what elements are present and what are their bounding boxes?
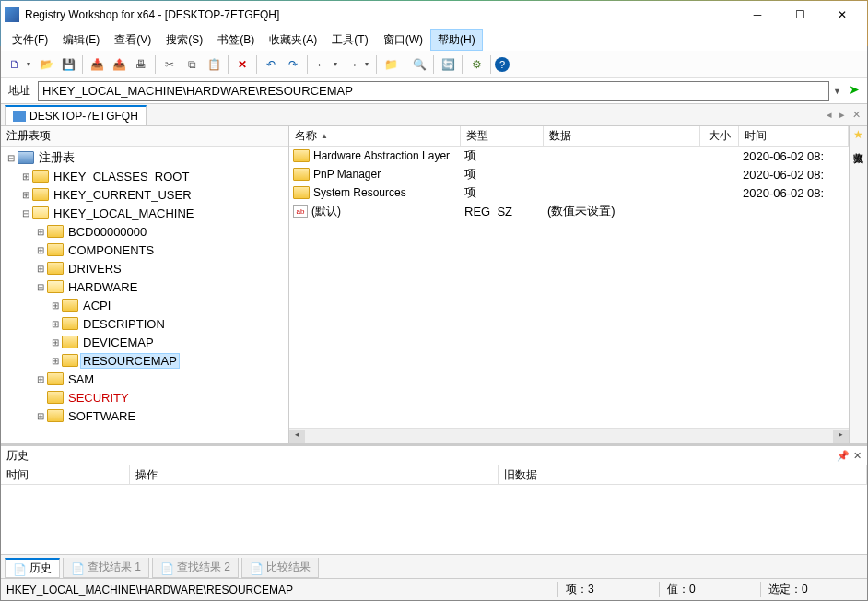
menu-search[interactable]: 搜索(S): [158, 29, 210, 51]
scroll-track[interactable]: [305, 430, 833, 443]
col-name[interactable]: 名称▲: [289, 126, 461, 146]
tree-software[interactable]: SOFTWARE: [3, 407, 287, 425]
col-time[interactable]: 时间: [739, 126, 849, 146]
tree-root[interactable]: 注册表: [3, 148, 287, 167]
forward-dropdown[interactable]: ▾: [365, 60, 372, 68]
tree-sam[interactable]: SAM: [3, 370, 287, 388]
close-history-icon[interactable]: ✕: [853, 450, 862, 462]
expand-icon[interactable]: [34, 411, 47, 421]
list-row[interactable]: Hardware Abstraction Layer项2020-06-02 08…: [289, 147, 849, 165]
tab-search-results-2[interactable]: 📄 查找结果 2: [152, 558, 239, 578]
maximize-button[interactable]: ☐: [779, 1, 821, 29]
save-icon[interactable]: 💾: [58, 54, 78, 75]
search-icon[interactable]: 🔍: [409, 54, 429, 75]
new-key-icon[interactable]: 📁: [381, 54, 401, 75]
col-type[interactable]: 类型: [461, 126, 544, 146]
print-icon[interactable]: 🖶: [131, 54, 151, 75]
list-row[interactable]: ab(默认)REG_SZ(数值未设置): [289, 202, 849, 220]
settings-icon[interactable]: ⚙: [466, 54, 487, 75]
tree-hkcu[interactable]: HKEY_CURRENT_USER: [3, 185, 287, 204]
collapse-icon[interactable]: [34, 282, 47, 292]
col-history-time[interactable]: 时间: [1, 465, 130, 484]
scroll-left-icon[interactable]: ◂: [289, 430, 305, 443]
tree-description[interactable]: DESCRIPTION: [3, 314, 287, 333]
horizontal-scrollbar[interactable]: ◂ ▸: [289, 428, 849, 443]
tree-drivers[interactable]: DRIVERS: [3, 259, 287, 277]
collapse-icon[interactable]: [5, 153, 18, 163]
tab-desktop[interactable]: DESKTOP-7ETGFQH: [5, 105, 147, 125]
tree-hkcr[interactable]: HKEY_CLASSES_ROOT: [3, 167, 287, 185]
tab-prev-icon[interactable]: ◂: [824, 109, 835, 121]
expand-icon[interactable]: [34, 374, 47, 384]
expand-icon[interactable]: [19, 190, 32, 200]
expand-icon[interactable]: [34, 264, 47, 274]
scroll-right-icon[interactable]: ▸: [833, 430, 849, 443]
open-icon[interactable]: 📂: [36, 54, 56, 75]
tree-devicemap[interactable]: DEVICEMAP: [3, 333, 287, 351]
new-icon[interactable]: 🗋: [5, 54, 25, 75]
export-icon[interactable]: 📤: [109, 54, 129, 75]
folder-icon: [47, 391, 64, 404]
expand-icon[interactable]: [49, 300, 62, 311]
tree-hardware[interactable]: HARDWARE: [3, 277, 287, 296]
help-icon[interactable]: ?: [495, 57, 510, 72]
folder-icon: [47, 243, 64, 256]
close-button[interactable]: ✕: [821, 1, 863, 29]
delete-icon[interactable]: ✕: [232, 54, 252, 75]
expand-icon[interactable]: [34, 227, 47, 237]
minimize-button[interactable]: ─: [736, 1, 779, 29]
col-data[interactable]: 数据: [544, 126, 700, 146]
col-size[interactable]: 大小: [700, 126, 739, 146]
menu-help[interactable]: 帮助(H): [430, 29, 483, 51]
menu-bookmarks[interactable]: 书签(B): [210, 29, 262, 51]
collapse-icon[interactable]: [19, 208, 32, 218]
menu-view[interactable]: 查看(V): [107, 29, 158, 51]
expand-icon[interactable]: [49, 337, 62, 348]
refresh-icon[interactable]: 🔄: [438, 54, 458, 75]
address-dropdown[interactable]: ▼: [833, 87, 841, 96]
menu-file[interactable]: 文件(F): [5, 29, 55, 51]
forward-icon[interactable]: →: [343, 54, 363, 75]
tree-security[interactable]: SECURITY: [3, 388, 287, 407]
favorites-sidebar[interactable]: ★ 收藏夹: [849, 126, 867, 443]
tree-resourcemap[interactable]: RESOURCEMAP: [3, 351, 287, 370]
go-icon[interactable]: ➤: [845, 82, 863, 100]
address-input[interactable]: [38, 81, 829, 101]
menu-window[interactable]: 窗口(W): [376, 29, 430, 51]
tab-search-results-1[interactable]: 📄 查找结果 1: [63, 558, 149, 578]
star-icon[interactable]: ★: [853, 128, 863, 141]
list-body[interactable]: Hardware Abstraction Layer项2020-06-02 08…: [289, 147, 849, 428]
tree-hklm[interactable]: HKEY_LOCAL_MACHINE: [3, 204, 287, 222]
new-dropdown[interactable]: ▾: [27, 60, 34, 68]
menu-tools[interactable]: 工具(T): [324, 29, 375, 51]
tree-label: COMPONENTS: [65, 242, 157, 258]
tab-compare-results[interactable]: 📄 比较结果: [241, 558, 319, 578]
history-body[interactable]: [1, 485, 867, 554]
tab-history[interactable]: 📄 历史: [5, 558, 60, 578]
import-icon[interactable]: 📥: [87, 54, 107, 75]
redo-icon[interactable]: ↷: [283, 54, 303, 75]
col-history-op[interactable]: 操作: [130, 465, 499, 484]
pin-icon[interactable]: 📌: [837, 450, 850, 462]
menu-favorites[interactable]: 收藏夹(A): [262, 29, 324, 51]
undo-icon[interactable]: ↶: [261, 54, 281, 75]
tree-bcd[interactable]: BCD00000000: [3, 222, 287, 241]
tree-acpi[interactable]: ACPI: [3, 296, 287, 314]
tab-close-icon[interactable]: ✕: [850, 109, 863, 121]
tree-components[interactable]: COMPONENTS: [3, 241, 287, 259]
registry-tree[interactable]: 注册表 HKEY_CLASSES_ROOT HKEY_CURRENT_USER …: [1, 147, 288, 443]
back-dropdown[interactable]: ▾: [334, 60, 341, 68]
cut-icon[interactable]: ✂: [159, 54, 180, 75]
back-icon[interactable]: ←: [311, 54, 332, 75]
tab-next-icon[interactable]: ▸: [837, 109, 848, 121]
copy-icon[interactable]: ⧉: [182, 54, 202, 75]
expand-icon[interactable]: [19, 171, 32, 182]
col-history-old[interactable]: 旧数据: [499, 465, 867, 484]
list-row[interactable]: PnP Manager项2020-06-02 08:: [289, 165, 849, 183]
expand-icon[interactable]: [34, 245, 47, 255]
expand-icon[interactable]: [49, 356, 62, 366]
paste-icon[interactable]: 📋: [204, 54, 224, 75]
expand-icon[interactable]: [49, 319, 62, 329]
menu-edit[interactable]: 编辑(E): [55, 29, 107, 51]
list-row[interactable]: System Resources项2020-06-02 08:: [289, 183, 849, 202]
